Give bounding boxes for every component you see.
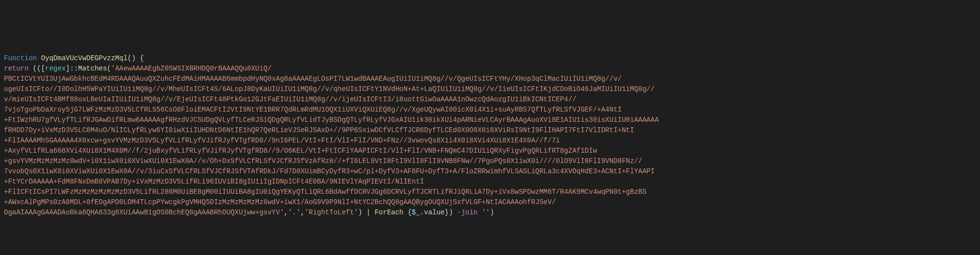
code-line: Function OyqDmaVUcVwDEGPvzzMql() { xyxy=(4,53,976,64)
code-editor: Function OyqDmaVUcVwDEGPvzzMql() {return… xyxy=(4,43,976,228)
regex-type: regex xyxy=(45,65,66,72)
parens: () xyxy=(127,54,136,62)
underscore-variable: $_ xyxy=(412,209,420,216)
dot-string: '.' xyxy=(288,209,301,216)
open-brace: { xyxy=(136,54,144,62)
code-line: return (([regex]::Matches('AAewAAAAEgbZ0… xyxy=(4,64,976,218)
open-expr: (( xyxy=(28,65,41,72)
method-name: Matches xyxy=(78,65,107,72)
open-bracket: [ xyxy=(41,65,45,72)
foreach-open: { xyxy=(403,209,412,216)
dot-value: .value xyxy=(420,209,445,216)
encoded-string: 'AAewAAAAEgbZ05WSIXBRHDQ0rBAAAQQu8XUiQ/ … xyxy=(4,65,659,216)
pipe-operator: | xyxy=(362,209,375,216)
foreach-close: }) xyxy=(445,209,453,216)
empty-string: '' xyxy=(482,209,490,216)
method-open: ( xyxy=(107,65,111,72)
join-operator: -join xyxy=(453,209,482,216)
rtl-string: 'RightToLeft' xyxy=(304,209,358,216)
comma: , xyxy=(284,209,288,216)
method-close: ) xyxy=(358,209,362,216)
double-colon: :: xyxy=(70,65,78,72)
function-identifier: OyqDmaVUcVwDEGPvzzMql xyxy=(41,54,127,62)
return-keyword: return xyxy=(4,65,28,72)
close-expr: ) xyxy=(490,209,494,216)
foreach-cmdlet: ForEach xyxy=(375,209,403,216)
function-keyword: Function xyxy=(4,54,37,62)
